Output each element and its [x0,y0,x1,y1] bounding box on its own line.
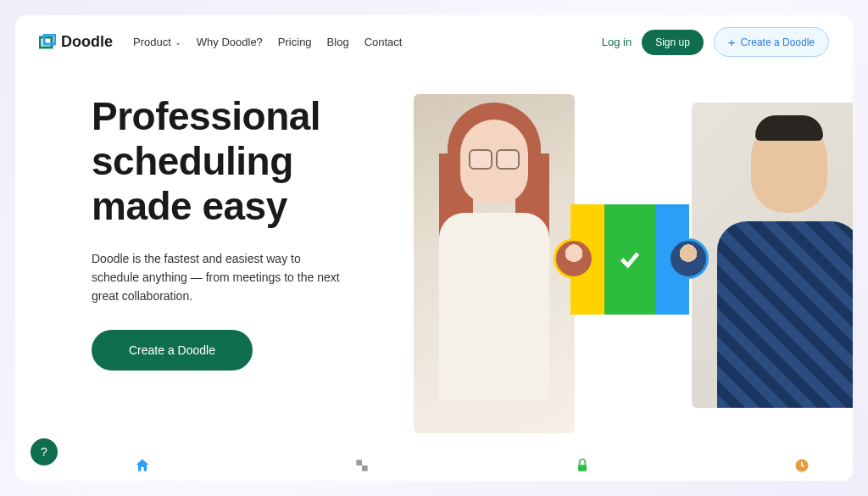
main-nav: Product ⌄ Why Doodle? Pricing Blog Conta… [133,36,402,48]
hero-image-woman [414,94,575,433]
help-icon: ? [41,445,47,459]
nav-label: Product [133,36,171,48]
signup-button[interactable]: Sign up [642,30,704,55]
hero-subtitle: Doodle is the fastest and easiest way to… [92,249,346,306]
hero-section: Professional scheduling made easy Doodle… [15,69,853,433]
login-link[interactable]: Log in [602,36,632,48]
blocks-icon [353,457,370,474]
hero-image-man [692,103,853,408]
svg-rect-0 [40,37,52,47]
green-bar [604,204,655,315]
nav-pricing[interactable]: Pricing [278,36,312,48]
avatar-man [668,238,709,279]
hero-text: Professional scheduling made easy Doodle… [92,94,371,433]
nav-blog[interactable]: Blog [327,36,349,48]
header-actions: Log in Sign up + Create a Doodle [602,27,829,57]
svg-rect-2 [357,460,363,465]
help-button[interactable]: ? [31,438,58,465]
home-icon [134,457,151,474]
features-row [134,457,810,474]
lock-icon [574,457,591,474]
checkmark-icon [618,248,642,271]
avatar-woman [554,238,594,279]
hero-cta-button[interactable]: Create a Doodle [92,330,253,371]
plus-icon: + [728,35,736,49]
doodle-logo-icon [39,34,56,51]
hero-title: Professional scheduling made easy [92,94,371,229]
svg-rect-4 [578,465,587,471]
logo-text: Doodle [61,33,113,51]
create-doodle-button[interactable]: + Create a Doodle [714,27,829,57]
svg-rect-3 [362,465,368,471]
chevron-down-icon: ⌄ [175,37,181,47]
nav-contact[interactable]: Contact [364,36,403,48]
main-header: Doodle Product ⌄ Why Doodle? Pricing Blo… [15,15,853,69]
clock-icon [793,457,810,474]
logo[interactable]: Doodle [39,33,113,51]
nav-why-doodle[interactable]: Why Doodle? [197,36,263,48]
hero-images [405,94,853,433]
create-doodle-label: Create a Doodle [741,36,815,48]
nav-product[interactable]: Product ⌄ [133,36,181,48]
